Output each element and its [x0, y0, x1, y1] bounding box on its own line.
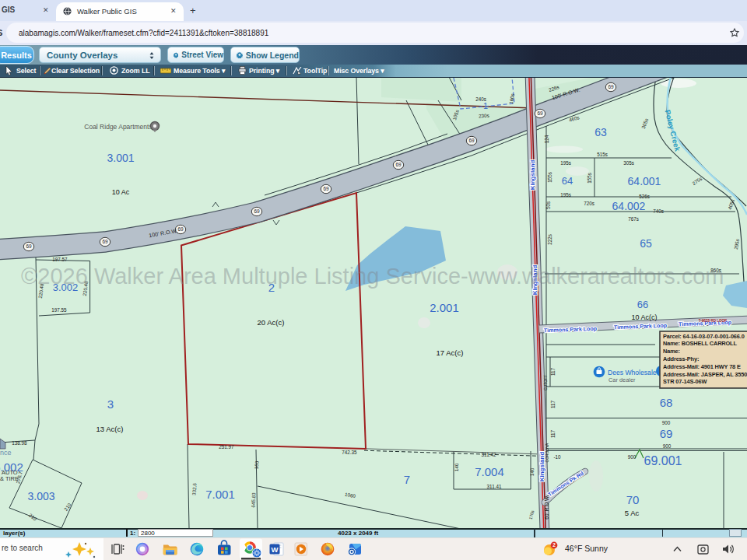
- svg-text:155s: 155s: [547, 172, 552, 183]
- svg-text:Dees Wholesale: Dees Wholesale: [608, 369, 657, 376]
- svg-text:332.6: 332.6: [191, 482, 198, 495]
- svg-text:T-965S RD LOOP: T-965S RD LOOP: [699, 319, 727, 323]
- svg-text:Address-Mail: 4901 HWY 78 E: Address-Mail: 4901 HWY 78 E: [663, 363, 741, 370]
- svg-text:7.004: 7.004: [475, 465, 504, 478]
- svg-text:2: 2: [552, 542, 556, 548]
- svg-text:Coal Ridge Apartments: Coal Ridge Apartments: [84, 123, 152, 131]
- svg-text:3.003: 3.003: [27, 490, 54, 502]
- svg-text:117: 117: [550, 429, 556, 438]
- svg-text:740s: 740s: [653, 208, 664, 214]
- svg-text:742.35: 742.35: [342, 450, 357, 455]
- svg-text:5 Ac: 5 Ac: [625, 509, 640, 517]
- svg-text:64.002: 64.002: [612, 200, 646, 212]
- svg-text:720s: 720s: [584, 201, 594, 206]
- svg-text:Kingsland: Kingsland: [529, 160, 536, 191]
- svg-text:251.97: 251.97: [219, 444, 234, 450]
- svg-text:Address-Phy:: Address-Phy:: [663, 355, 699, 362]
- svg-text:Parcel: 64-16-03-07-0-001-066.: Parcel: 64-16-03-07-0-001-066.0: [663, 333, 745, 340]
- svg-text:3: 3: [107, 397, 114, 411]
- svg-text:20 Ac(c): 20 Ac(c): [258, 318, 285, 327]
- svg-text:140: 140: [454, 463, 460, 471]
- svg-text:13 Ac(c): 13 Ac(c): [96, 425, 124, 433]
- svg-text:69.001: 69.001: [644, 454, 682, 467]
- svg-text:63: 63: [594, 126, 607, 138]
- svg-text:124: 124: [544, 135, 549, 143]
- svg-text:Name:: Name:: [663, 348, 680, 355]
- svg-text:70: 70: [626, 493, 640, 506]
- svg-text:900: 900: [628, 454, 637, 460]
- svg-text:197.57: 197.57: [52, 257, 68, 262]
- svg-text:65: 65: [640, 237, 652, 250]
- svg-text:68: 68: [660, 396, 673, 409]
- svg-text:160: 160: [254, 460, 260, 470]
- svg-text:515s: 515s: [597, 152, 608, 157]
- svg-text:305s: 305s: [623, 160, 634, 166]
- svg-text:CORDOVA: CORDOVA: [545, 443, 549, 463]
- svg-text:138.98: 138.98: [12, 440, 27, 446]
- svg-text:2.001: 2.001: [430, 301, 459, 314]
- svg-text:117: 117: [550, 400, 556, 408]
- svg-text:197.55: 197.55: [51, 307, 67, 313]
- svg-text:140: 140: [529, 467, 535, 476]
- svg-text:64.001: 64.001: [628, 175, 661, 187]
- svg-text:10 Ac: 10 Ac: [112, 188, 130, 196]
- svg-text:645.83: 645.83: [251, 492, 257, 508]
- svg-text:50s: 50s: [545, 201, 551, 209]
- svg-text:900: 900: [662, 420, 671, 425]
- svg-text:10 Ac(c): 10 Ac(c): [631, 313, 657, 321]
- svg-text:222s: 222s: [547, 234, 552, 245]
- svg-text:3.001: 3.001: [107, 152, 134, 164]
- svg-text:Address-Mail: JASPER, AL 3550: Address-Mail: JASPER, AL 3550: [663, 371, 747, 378]
- svg-text:60' R.O.W.: 60' R.O.W.: [544, 495, 549, 519]
- svg-text:900: 900: [663, 443, 672, 449]
- svg-text:17 Ac(c): 17 Ac(c): [437, 348, 464, 357]
- svg-text:Name: BOSHELL CARROLL: Name: BOSHELL CARROLL: [663, 340, 737, 347]
- svg-text:767s: 767s: [628, 216, 639, 222]
- svg-text:230s: 230s: [479, 113, 489, 119]
- svg-text:CUTOFF: CUTOFF: [543, 375, 548, 390]
- svg-text:nce: nce: [0, 449, 12, 457]
- svg-text:& TIRE: & TIRE: [0, 475, 19, 482]
- svg-text:W: W: [272, 545, 279, 554]
- svg-text:7.001: 7.001: [205, 488, 235, 501]
- svg-text:66: 66: [637, 299, 648, 310]
- svg-text:311.41: 311.41: [487, 484, 502, 489]
- svg-text:1: 1: [483, 101, 488, 110]
- svg-text:195s: 195s: [560, 160, 571, 166]
- svg-text:526s: 526s: [639, 194, 650, 199]
- svg-text:7: 7: [404, 473, 410, 486]
- svg-text:64: 64: [562, 175, 573, 187]
- svg-text:155s: 155s: [587, 173, 592, 184]
- svg-text:-10: -10: [553, 454, 561, 460]
- svg-text:Car dealer: Car dealer: [608, 376, 636, 383]
- svg-text:240s: 240s: [475, 96, 486, 102]
- svg-text:311.42: 311.42: [482, 452, 496, 457]
- svg-text:69: 69: [660, 427, 673, 440]
- svg-text:195s: 195s: [560, 192, 571, 198]
- svg-text:STR 07-14S-06W: STR 07-14S-06W: [663, 378, 707, 385]
- svg-text:117: 117: [550, 367, 556, 376]
